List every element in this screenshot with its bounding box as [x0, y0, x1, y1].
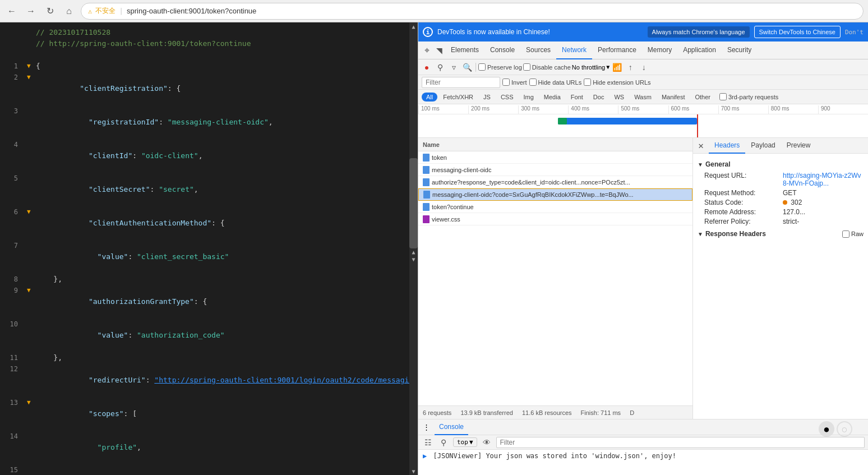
- hide-extension-urls-label[interactable]: Hide extension URLs: [584, 79, 650, 86]
- forward-button[interactable]: →: [24, 4, 38, 19]
- console-sidebar-icon[interactable]: ☷: [422, 436, 434, 449]
- throttling-dropdown[interactable]: No throttling ▼: [572, 64, 610, 71]
- filter-row: Invert Hide data URLs Hide extension URL…: [418, 75, 868, 90]
- network-item-messaging-client-oidc[interactable]: messaging-client-oidc: [418, 164, 692, 176]
- headers-content: ▼ General Request URL: http://saging-MOY…: [693, 154, 868, 419]
- scroll-expand-icons[interactable]: ▲ ▼: [409, 249, 418, 262]
- devtools-device-icon[interactable]: ◥: [433, 44, 445, 57]
- devtools-main-tabs: ⌖ ◥ Elements Console Sources Network Per…: [418, 41, 868, 59]
- close-headers-button[interactable]: ✕: [693, 138, 709, 154]
- filter-chip-all[interactable]: All: [422, 93, 437, 102]
- search-button[interactable]: 🔍: [461, 61, 473, 73]
- network-item-token[interactable]: token: [418, 151, 692, 164]
- code-line-9: 9 ▼ "authorizationGrantType": {: [0, 285, 409, 319]
- h-tab-payload[interactable]: Payload: [745, 138, 781, 154]
- tab-elements[interactable]: Elements: [445, 41, 484, 59]
- always-match-language-button[interactable]: Always match Chrome's language: [648, 26, 750, 38]
- tab-application[interactable]: Application: [677, 41, 722, 59]
- code-comment-2: // http://spring-oauth-client:9001/token…: [0, 38, 409, 49]
- status-extra: D: [630, 409, 634, 416]
- timeline-bar-green: [558, 118, 567, 124]
- code-line-10: 10 "value": "authorization_code": [0, 319, 409, 352]
- filter-chip-other[interactable]: Other: [690, 93, 715, 102]
- preserve-log-label[interactable]: Preserve log: [478, 63, 522, 71]
- info-text: DevTools is now available in Chinese!: [437, 28, 643, 36]
- tl-label-400: 400 ms: [568, 105, 618, 114]
- network-item-authorize[interactable]: authorize?response_type=code&client_id=o…: [418, 176, 692, 188]
- request-url-row: Request URL: http://saging-MOYia-z2Wv8-M…: [698, 172, 864, 187]
- disable-cache-checkbox[interactable]: [523, 63, 530, 71]
- network-item-viewer-css[interactable]: viewer.css: [418, 213, 692, 225]
- network-item-messaging-code[interactable]: messaging-client-oidc?code=SxGuAgfRqBIKc…: [418, 188, 692, 201]
- code-scrollbar-thumb[interactable]: [409, 158, 418, 248]
- tab-sources[interactable]: Sources: [520, 41, 556, 59]
- scroll-down-icon[interactable]: ▼: [409, 467, 418, 475]
- switch-to-chinese-button[interactable]: Switch DevTools to Chinese: [754, 26, 841, 38]
- filter-icon-button[interactable]: ▿: [447, 61, 460, 73]
- filter-chip-js[interactable]: JS: [479, 93, 495, 102]
- tab-security[interactable]: Security: [722, 41, 757, 59]
- tab-console[interactable]: Console: [484, 41, 520, 59]
- record-button[interactable]: ●: [421, 61, 433, 73]
- wifi-icon[interactable]: 📶: [611, 61, 623, 73]
- console-expand-arrow[interactable]: ▶: [423, 452, 427, 460]
- filter-chip-fetch-xhr[interactable]: Fetch/XHR: [438, 93, 478, 102]
- console-top-dropdown[interactable]: top ▼: [453, 437, 477, 447]
- home-button[interactable]: ⌂: [62, 4, 76, 19]
- address-bar[interactable]: ⚠ 不安全 | spring-oauth-client:9001/token?c…: [81, 3, 864, 20]
- third-party-checkbox[interactable]: [719, 93, 727, 100]
- raw-checkbox-label[interactable]: Raw: [842, 230, 864, 238]
- raw-checkbox[interactable]: [842, 230, 849, 238]
- filter-chip-doc[interactable]: Doc: [589, 93, 609, 102]
- transferred-size: 13.9 kB transferred: [460, 409, 513, 416]
- console-filter-input[interactable]: [496, 437, 865, 448]
- scroll-up-icon[interactable]: ▲: [409, 22, 418, 30]
- finish-time: Finish: 711 ms: [581, 409, 621, 416]
- console-tab[interactable]: Console: [435, 419, 468, 435]
- upload-icon[interactable]: ↑: [624, 61, 636, 73]
- hide-data-urls-checkbox[interactable]: [529, 79, 537, 86]
- third-party-label[interactable]: 3rd-party requests: [719, 93, 778, 100]
- disable-cache-label[interactable]: Disable cache: [523, 63, 571, 71]
- code-scrollbar[interactable]: ▲ ▼ ▲ ▼: [409, 22, 418, 475]
- hide-extension-urls-checkbox[interactable]: [584, 79, 591, 86]
- filter-chip-css[interactable]: CSS: [496, 93, 518, 102]
- back-button[interactable]: ←: [4, 4, 19, 19]
- tab-network[interactable]: Network: [556, 41, 592, 59]
- clear-button[interactable]: ⚲: [434, 61, 446, 73]
- reload-button[interactable]: ↻: [43, 4, 57, 19]
- timeline-bars: [418, 114, 868, 138]
- info-icon: i: [423, 27, 433, 37]
- filter-chip-wasm[interactable]: Wasm: [630, 93, 656, 102]
- filter-input[interactable]: [422, 77, 500, 88]
- dont-show-text[interactable]: Don't: [845, 29, 864, 36]
- filter-chip-img[interactable]: Img: [519, 93, 538, 102]
- request-method-row: Request Method: GET: [698, 189, 864, 197]
- tab-memory[interactable]: Memory: [642, 41, 677, 59]
- network-content-area: Name token messaging-client-oidc: [418, 138, 868, 419]
- resources-size: 11.6 kB resources: [522, 409, 572, 416]
- console-eye-icon[interactable]: 👁: [481, 436, 493, 449]
- filter-chip-media[interactable]: Media: [539, 93, 565, 102]
- download-icon[interactable]: ↓: [638, 61, 650, 73]
- console-clear-icon[interactable]: ⚲: [437, 436, 450, 449]
- devtools-pointer-icon[interactable]: ⌖: [421, 44, 433, 57]
- hide-data-urls-label[interactable]: Hide data URLs: [529, 79, 582, 86]
- h-tab-headers[interactable]: Headers: [709, 138, 745, 154]
- console-menu-icon[interactable]: ⋮: [421, 423, 432, 431]
- network-item-token-continue[interactable]: token?continue: [418, 201, 692, 213]
- tab-performance[interactable]: Performance: [592, 41, 642, 59]
- tl-label-100: 100 ms: [418, 105, 468, 114]
- h-tab-preview[interactable]: Preview: [781, 138, 816, 154]
- invert-label[interactable]: Invert: [502, 79, 527, 86]
- console-top-label: top: [457, 439, 468, 446]
- doc-icon: [423, 191, 430, 199]
- code-line-3: 3 "registrationId": "messaging-client-oi…: [0, 105, 409, 139]
- invert-checkbox[interactable]: [502, 79, 510, 86]
- filter-chip-ws[interactable]: WS: [610, 93, 629, 102]
- preserve-log-checkbox[interactable]: [478, 63, 486, 71]
- filter-chip-font[interactable]: Font: [566, 93, 588, 102]
- filter-chips-bar: All Fetch/XHR JS CSS Img Media Font Doc …: [418, 90, 868, 104]
- filter-chip-manifest[interactable]: Manifest: [657, 93, 690, 102]
- code-line-15: 15 "openid": [0, 464, 409, 475]
